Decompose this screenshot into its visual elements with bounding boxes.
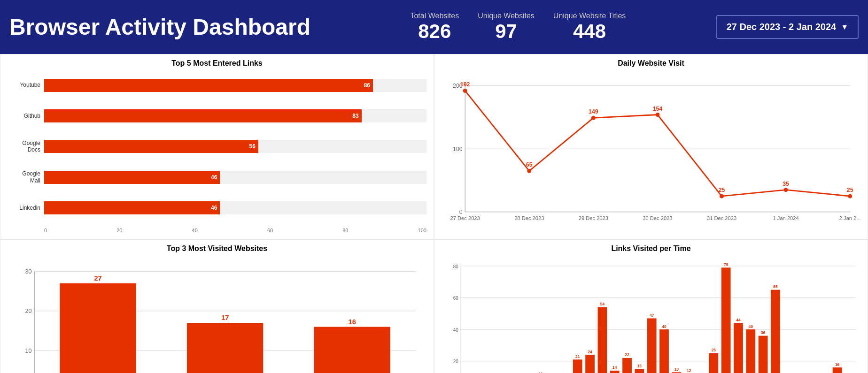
svg-text:12: 12: [687, 368, 691, 373]
hbar-value: 56: [249, 143, 255, 150]
hbar-fill: 83: [44, 109, 362, 122]
svg-text:36: 36: [761, 330, 765, 335]
hbar-fill: 46: [44, 171, 220, 184]
svg-rect-92: [659, 329, 669, 373]
svg-point-17: [655, 113, 659, 117]
svg-text:65: 65: [526, 161, 533, 168]
svg-text:2 Jan 2...: 2 Jan 2...: [839, 215, 860, 221]
hbar-value: 83: [352, 113, 358, 119]
hbar-axis-label: 80: [342, 228, 348, 233]
header-stats: Total Websites 826 Unique Websites 97 Un…: [334, 12, 702, 43]
hbar-axis-label: 60: [267, 228, 273, 233]
daily-visit-chart-panel: Daily Website Visit 010020019227 Dec 202…: [434, 54, 868, 239]
svg-text:80: 80: [453, 263, 458, 269]
hbar-axis-label: 0: [44, 228, 47, 233]
svg-rect-39: [60, 283, 136, 373]
svg-text:14: 14: [612, 365, 617, 370]
svg-text:30: 30: [25, 268, 31, 275]
hbar-value: 86: [364, 82, 370, 89]
top3-chart-title: Top 3 Most Visited Websites: [8, 244, 426, 253]
hbar-fill: 86: [44, 79, 373, 92]
svg-text:1 Jan 2024: 1 Jan 2024: [773, 215, 799, 221]
svg-text:28 Dec 2023: 28 Dec 2023: [514, 215, 544, 221]
svg-rect-90: [647, 318, 657, 373]
svg-text:31 Dec 2023: 31 Dec 2023: [707, 215, 736, 221]
svg-text:40: 40: [662, 324, 666, 329]
hbar-fill: 56: [44, 140, 258, 153]
svg-rect-84: [610, 371, 620, 373]
svg-rect-78: [573, 359, 582, 373]
svg-text:79: 79: [724, 262, 728, 267]
svg-text:10: 10: [25, 347, 31, 354]
svg-text:0: 0: [459, 209, 463, 215]
hbar-row: Google Mail46: [8, 170, 426, 184]
total-websites-value: 826: [410, 20, 459, 43]
main-content: Top 5 Most Entered Links Youtube86Github…: [0, 54, 868, 373]
hbar-value: 46: [211, 174, 217, 181]
unique-websites-stat: Unique Websites 97: [478, 12, 535, 43]
svg-text:40: 40: [749, 324, 753, 329]
svg-rect-86: [622, 358, 632, 373]
svg-text:100: 100: [453, 146, 463, 152]
svg-text:54: 54: [600, 301, 605, 306]
svg-rect-45: [314, 327, 390, 373]
hbar-axis-label: 40: [192, 228, 198, 233]
time-chart-panel: Links Visited per Time 02040608035833210…: [434, 239, 868, 373]
unique-titles-label: Unique Website Titles: [553, 12, 626, 20]
svg-rect-88: [635, 369, 644, 373]
top5-chart-title: Top 5 Most Entered Links: [8, 59, 426, 68]
svg-rect-108: [759, 335, 768, 373]
svg-text:16: 16: [835, 362, 839, 367]
svg-rect-80: [585, 355, 595, 373]
time-chart-title: Links Visited per Time: [442, 244, 860, 253]
svg-text:25: 25: [847, 187, 853, 193]
date-range-selector[interactable]: 27 Dec 2023 - 2 Jan 2024 ▼: [716, 15, 859, 39]
dashboard-title: Browser Activity Dashboard: [9, 14, 310, 40]
svg-text:60: 60: [453, 295, 458, 301]
svg-text:44: 44: [736, 317, 741, 322]
hbar-row: Linkedin46: [8, 201, 426, 215]
svg-text:16: 16: [349, 318, 356, 325]
svg-text:25: 25: [712, 347, 716, 352]
hbar-label: Google Mail: [8, 170, 40, 184]
hbar-label: Google Docs: [8, 140, 40, 153]
svg-text:40: 40: [453, 327, 458, 333]
svg-text:27: 27: [94, 274, 102, 282]
svg-rect-100: [709, 353, 718, 373]
svg-text:65: 65: [773, 284, 777, 289]
svg-rect-42: [187, 323, 263, 373]
svg-point-11: [527, 169, 531, 173]
svg-rect-110: [771, 289, 780, 373]
hbar-label: Github: [8, 113, 40, 119]
svg-text:25: 25: [719, 187, 725, 193]
svg-text:22: 22: [625, 352, 629, 358]
svg-rect-120: [833, 367, 842, 373]
svg-point-8: [463, 89, 467, 93]
date-range-text: 27 Dec 2023 - 2 Jan 2024: [727, 22, 837, 32]
svg-text:21: 21: [575, 354, 580, 359]
unique-titles-value: 448: [553, 20, 626, 43]
svg-text:13: 13: [674, 366, 679, 372]
daily-visit-chart-title: Daily Website Visit: [442, 59, 860, 68]
svg-text:154: 154: [653, 106, 663, 112]
hbar-label: Youtube: [8, 82, 40, 88]
svg-text:29 Dec 2023: 29 Dec 2023: [579, 215, 608, 221]
total-websites-stat: Total Websites 826: [410, 12, 459, 43]
total-websites-label: Total Websites: [410, 12, 459, 20]
top3-chart-panel: Top 3 Most Visited Websites 010203027Bro…: [0, 239, 434, 373]
hbar-axis-label: 100: [418, 228, 426, 233]
svg-point-14: [591, 116, 596, 120]
hbar-fill: 46: [44, 201, 220, 214]
svg-point-26: [848, 194, 852, 198]
svg-point-23: [784, 188, 788, 192]
svg-text:24: 24: [588, 349, 592, 354]
svg-rect-106: [746, 329, 755, 373]
hbar-axis-label: 20: [116, 228, 122, 233]
svg-rect-102: [721, 267, 731, 373]
svg-text:35: 35: [783, 181, 789, 187]
svg-text:20: 20: [453, 358, 458, 364]
svg-text:27 Dec 2023: 27 Dec 2023: [450, 215, 480, 221]
svg-point-20: [720, 194, 724, 198]
svg-text:192: 192: [460, 81, 470, 88]
svg-text:30 Dec 2023: 30 Dec 2023: [643, 215, 672, 221]
